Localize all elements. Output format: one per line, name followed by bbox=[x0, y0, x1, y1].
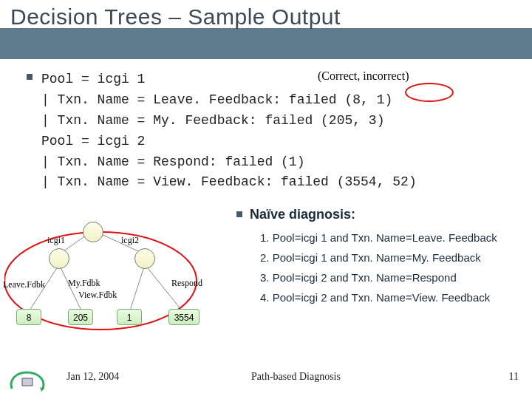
bullet-square-icon bbox=[27, 74, 33, 80]
diagnosis-item: 2. Pool=icgi 1 and Txn. Name=My. Feedbac… bbox=[260, 248, 497, 267]
svg-rect-7 bbox=[22, 378, 33, 386]
naive-diagnosis-heading: Naïve diagnosis: bbox=[236, 207, 355, 222]
slide: Decision Trees – Sample Output (Correct,… bbox=[0, 0, 532, 399]
diagnosis-item: 1. Pool=icgi 1 and Txn. Name=Leave. Feed… bbox=[260, 228, 497, 248]
code-line: | Txn. Name = My. Feedback: failed (205,… bbox=[41, 111, 499, 132]
tree-label-icgi1: icgi1 bbox=[47, 235, 65, 246]
diagnosis-item: 3. Pool=icgi 2 and Txn. Name=Respond bbox=[260, 267, 497, 287]
tree-label-icgi2: icgi2 bbox=[121, 235, 139, 246]
svg-line-4 bbox=[130, 265, 145, 310]
tree-edge-respond: Respond bbox=[171, 278, 202, 289]
page-number: 11 bbox=[509, 371, 519, 383]
tree-leaf: 1 bbox=[117, 309, 142, 325]
tree-leaf: 205 bbox=[68, 309, 93, 325]
tree-node bbox=[49, 248, 69, 269]
footer-date: Jan 12, 2004 bbox=[66, 371, 119, 383]
diagnosis-list: 1. Pool=icgi 1 and Txn. Name=Leave. Feed… bbox=[260, 228, 497, 307]
code-line: | Txn. Name = Respond: failed (1) bbox=[41, 152, 499, 173]
tree-node bbox=[134, 248, 155, 269]
tree-root-node bbox=[83, 222, 103, 242]
tree-leaf: 8 bbox=[16, 309, 41, 325]
code-line: | Txn. Name = Leave. Feedback: failed (8… bbox=[41, 90, 499, 111]
naive-heading-text: Naïve diagnosis: bbox=[250, 207, 355, 222]
logo-icon bbox=[6, 366, 49, 393]
footer-title: Path-based Diagnosis bbox=[251, 371, 341, 383]
tree-edge-leave: Leave.Fdbk bbox=[3, 279, 45, 290]
tree-edge-my: My.Fdbk bbox=[68, 278, 100, 289]
code-line: | Txn. Name = View. Feedback: failed (35… bbox=[41, 172, 499, 193]
bullet-square-icon bbox=[236, 211, 242, 217]
decision-tree-diagram: icgi1 icgi2 Leave.Fdbk My.Fdbk View.Fdbk… bbox=[4, 222, 226, 347]
code-line: Pool = icgi 1 bbox=[41, 69, 499, 90]
code-line: Pool = icgi 2 bbox=[41, 132, 499, 152]
title-bar bbox=[0, 28, 532, 59]
diagnosis-item: 4. Pool=icgi 2 and Txn. Name=View. Feedb… bbox=[260, 287, 497, 307]
tree-leaf: 3554 bbox=[168, 309, 200, 325]
tree-edge-view: View.Fdbk bbox=[78, 290, 117, 301]
code-block: Pool = icgi 1 | Txn. Name = Leave. Feedb… bbox=[41, 69, 499, 193]
slide-title: Decision Trees – Sample Output bbox=[10, 4, 341, 30]
